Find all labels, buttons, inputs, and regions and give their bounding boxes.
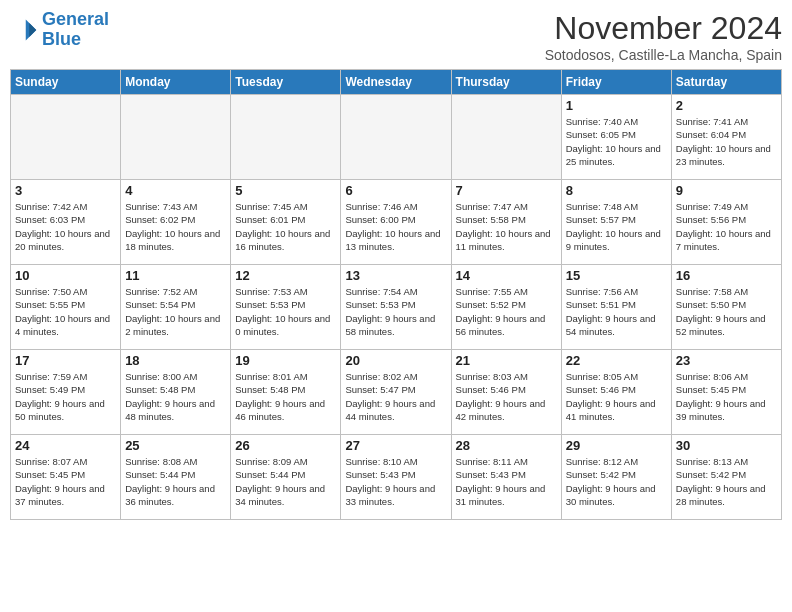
day-number: 17 xyxy=(15,353,116,368)
calendar-day-cell xyxy=(451,95,561,180)
calendar-day-cell: 3Sunrise: 7:42 AMSunset: 6:03 PMDaylight… xyxy=(11,180,121,265)
day-info: Sunrise: 8:02 AMSunset: 5:47 PMDaylight:… xyxy=(345,370,446,423)
day-number: 3 xyxy=(15,183,116,198)
day-info: Sunrise: 8:08 AMSunset: 5:44 PMDaylight:… xyxy=(125,455,226,508)
day-number: 5 xyxy=(235,183,336,198)
calendar-week-row: 24Sunrise: 8:07 AMSunset: 5:45 PMDayligh… xyxy=(11,435,782,520)
calendar-day-cell: 15Sunrise: 7:56 AMSunset: 5:51 PMDayligh… xyxy=(561,265,671,350)
weekday-header-row: SundayMondayTuesdayWednesdayThursdayFrid… xyxy=(11,70,782,95)
day-number: 26 xyxy=(235,438,336,453)
calendar-day-cell: 20Sunrise: 8:02 AMSunset: 5:47 PMDayligh… xyxy=(341,350,451,435)
calendar-day-cell: 1Sunrise: 7:40 AMSunset: 6:05 PMDaylight… xyxy=(561,95,671,180)
calendar-day-cell: 10Sunrise: 7:50 AMSunset: 5:55 PMDayligh… xyxy=(11,265,121,350)
calendar-day-cell: 4Sunrise: 7:43 AMSunset: 6:02 PMDaylight… xyxy=(121,180,231,265)
day-info: Sunrise: 7:41 AMSunset: 6:04 PMDaylight:… xyxy=(676,115,777,168)
logo-general: General xyxy=(42,9,109,29)
day-info: Sunrise: 7:56 AMSunset: 5:51 PMDaylight:… xyxy=(566,285,667,338)
calendar-day-cell xyxy=(11,95,121,180)
title-block: November 2024 Sotodosos, Castille-La Man… xyxy=(545,10,782,63)
day-info: Sunrise: 8:07 AMSunset: 5:45 PMDaylight:… xyxy=(15,455,116,508)
day-number: 19 xyxy=(235,353,336,368)
day-number: 30 xyxy=(676,438,777,453)
day-number: 6 xyxy=(345,183,446,198)
day-number: 15 xyxy=(566,268,667,283)
calendar-day-cell: 9Sunrise: 7:49 AMSunset: 5:56 PMDaylight… xyxy=(671,180,781,265)
calendar-day-cell: 5Sunrise: 7:45 AMSunset: 6:01 PMDaylight… xyxy=(231,180,341,265)
day-number: 9 xyxy=(676,183,777,198)
day-number: 11 xyxy=(125,268,226,283)
day-number: 12 xyxy=(235,268,336,283)
weekday-header: Tuesday xyxy=(231,70,341,95)
day-number: 29 xyxy=(566,438,667,453)
day-info: Sunrise: 8:13 AMSunset: 5:42 PMDaylight:… xyxy=(676,455,777,508)
day-number: 10 xyxy=(15,268,116,283)
calendar-week-row: 17Sunrise: 7:59 AMSunset: 5:49 PMDayligh… xyxy=(11,350,782,435)
day-info: Sunrise: 7:52 AMSunset: 5:54 PMDaylight:… xyxy=(125,285,226,338)
weekday-header: Wednesday xyxy=(341,70,451,95)
day-info: Sunrise: 7:43 AMSunset: 6:02 PMDaylight:… xyxy=(125,200,226,253)
day-info: Sunrise: 8:00 AMSunset: 5:48 PMDaylight:… xyxy=(125,370,226,423)
calendar-day-cell: 12Sunrise: 7:53 AMSunset: 5:53 PMDayligh… xyxy=(231,265,341,350)
calendar-day-cell: 22Sunrise: 8:05 AMSunset: 5:46 PMDayligh… xyxy=(561,350,671,435)
day-number: 14 xyxy=(456,268,557,283)
day-info: Sunrise: 7:47 AMSunset: 5:58 PMDaylight:… xyxy=(456,200,557,253)
day-number: 25 xyxy=(125,438,226,453)
day-number: 18 xyxy=(125,353,226,368)
day-info: Sunrise: 7:58 AMSunset: 5:50 PMDaylight:… xyxy=(676,285,777,338)
calendar-day-cell: 24Sunrise: 8:07 AMSunset: 5:45 PMDayligh… xyxy=(11,435,121,520)
calendar-day-cell: 23Sunrise: 8:06 AMSunset: 5:45 PMDayligh… xyxy=(671,350,781,435)
calendar-day-cell xyxy=(121,95,231,180)
calendar-day-cell: 11Sunrise: 7:52 AMSunset: 5:54 PMDayligh… xyxy=(121,265,231,350)
calendar-day-cell: 14Sunrise: 7:55 AMSunset: 5:52 PMDayligh… xyxy=(451,265,561,350)
calendar-day-cell: 18Sunrise: 8:00 AMSunset: 5:48 PMDayligh… xyxy=(121,350,231,435)
calendar-day-cell: 8Sunrise: 7:48 AMSunset: 5:57 PMDaylight… xyxy=(561,180,671,265)
day-info: Sunrise: 8:10 AMSunset: 5:43 PMDaylight:… xyxy=(345,455,446,508)
calendar-day-cell: 21Sunrise: 8:03 AMSunset: 5:46 PMDayligh… xyxy=(451,350,561,435)
calendar-day-cell: 25Sunrise: 8:08 AMSunset: 5:44 PMDayligh… xyxy=(121,435,231,520)
day-number: 22 xyxy=(566,353,667,368)
weekday-header: Monday xyxy=(121,70,231,95)
calendar-week-row: 10Sunrise: 7:50 AMSunset: 5:55 PMDayligh… xyxy=(11,265,782,350)
location-subtitle: Sotodosos, Castille-La Mancha, Spain xyxy=(545,47,782,63)
calendar-day-cell: 7Sunrise: 7:47 AMSunset: 5:58 PMDaylight… xyxy=(451,180,561,265)
day-info: Sunrise: 7:40 AMSunset: 6:05 PMDaylight:… xyxy=(566,115,667,168)
day-info: Sunrise: 8:05 AMSunset: 5:46 PMDaylight:… xyxy=(566,370,667,423)
calendar-day-cell: 27Sunrise: 8:10 AMSunset: 5:43 PMDayligh… xyxy=(341,435,451,520)
day-number: 2 xyxy=(676,98,777,113)
weekday-header: Friday xyxy=(561,70,671,95)
day-info: Sunrise: 7:45 AMSunset: 6:01 PMDaylight:… xyxy=(235,200,336,253)
calendar-day-cell: 6Sunrise: 7:46 AMSunset: 6:00 PMDaylight… xyxy=(341,180,451,265)
day-info: Sunrise: 7:50 AMSunset: 5:55 PMDaylight:… xyxy=(15,285,116,338)
day-info: Sunrise: 8:06 AMSunset: 5:45 PMDaylight:… xyxy=(676,370,777,423)
weekday-header: Thursday xyxy=(451,70,561,95)
calendar-day-cell: 28Sunrise: 8:11 AMSunset: 5:43 PMDayligh… xyxy=(451,435,561,520)
day-info: Sunrise: 8:11 AMSunset: 5:43 PMDaylight:… xyxy=(456,455,557,508)
calendar-day-cell: 19Sunrise: 8:01 AMSunset: 5:48 PMDayligh… xyxy=(231,350,341,435)
logo-text: General Blue xyxy=(42,10,109,50)
calendar-week-row: 3Sunrise: 7:42 AMSunset: 6:03 PMDaylight… xyxy=(11,180,782,265)
day-number: 8 xyxy=(566,183,667,198)
calendar-day-cell: 2Sunrise: 7:41 AMSunset: 6:04 PMDaylight… xyxy=(671,95,781,180)
day-info: Sunrise: 7:59 AMSunset: 5:49 PMDaylight:… xyxy=(15,370,116,423)
day-number: 23 xyxy=(676,353,777,368)
calendar-day-cell xyxy=(231,95,341,180)
day-number: 27 xyxy=(345,438,446,453)
day-number: 28 xyxy=(456,438,557,453)
day-info: Sunrise: 8:12 AMSunset: 5:42 PMDaylight:… xyxy=(566,455,667,508)
calendar-day-cell: 26Sunrise: 8:09 AMSunset: 5:44 PMDayligh… xyxy=(231,435,341,520)
day-number: 21 xyxy=(456,353,557,368)
logo: General Blue xyxy=(10,10,109,50)
calendar-table: SundayMondayTuesdayWednesdayThursdayFrid… xyxy=(10,69,782,520)
day-info: Sunrise: 7:49 AMSunset: 5:56 PMDaylight:… xyxy=(676,200,777,253)
weekday-header: Sunday xyxy=(11,70,121,95)
day-number: 20 xyxy=(345,353,446,368)
day-number: 24 xyxy=(15,438,116,453)
logo-blue: Blue xyxy=(42,30,109,50)
calendar-day-cell xyxy=(341,95,451,180)
calendar-week-row: 1Sunrise: 7:40 AMSunset: 6:05 PMDaylight… xyxy=(11,95,782,180)
day-info: Sunrise: 7:48 AMSunset: 5:57 PMDaylight:… xyxy=(566,200,667,253)
day-number: 16 xyxy=(676,268,777,283)
month-title: November 2024 xyxy=(545,10,782,47)
day-number: 7 xyxy=(456,183,557,198)
day-info: Sunrise: 7:46 AMSunset: 6:00 PMDaylight:… xyxy=(345,200,446,253)
